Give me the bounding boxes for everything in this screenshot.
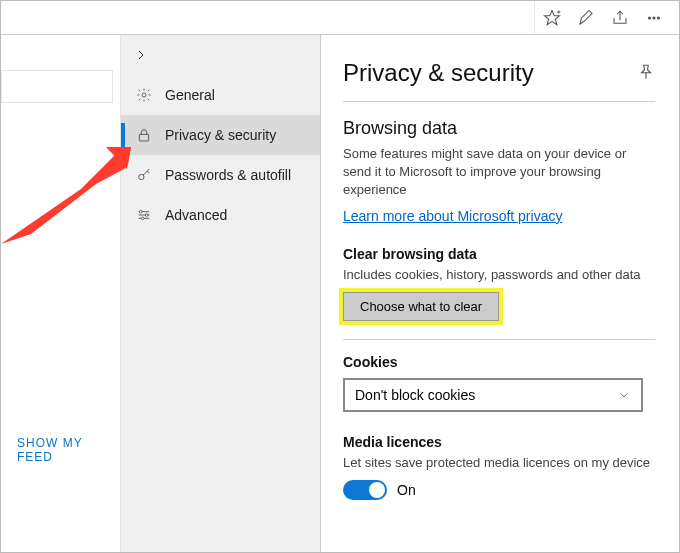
settings-panel: Privacy & security Browsing data Some fe… — [321, 35, 679, 552]
media-licences-body: Let sites save protected media licences … — [343, 454, 655, 472]
back-chevron[interactable] — [121, 35, 320, 75]
address-bar — [1, 1, 679, 35]
more-icon[interactable] — [637, 1, 671, 35]
divider — [343, 101, 655, 102]
sidebar-item-label: Passwords & autofill — [165, 167, 291, 183]
favorites-icon[interactable] — [535, 1, 569, 35]
media-licences-toggle[interactable] — [343, 480, 387, 500]
media-licences-label: Media licences — [343, 434, 655, 450]
address-input[interactable] — [1, 1, 535, 34]
search-box-placeholder[interactable] — [1, 70, 113, 103]
svg-point-6 — [142, 93, 146, 97]
show-my-feed-link[interactable]: SHOW MY FEED — [17, 436, 120, 464]
cookies-select-value: Don't block cookies — [355, 387, 475, 403]
sidebar-item-general[interactable]: General — [121, 75, 320, 115]
svg-point-8 — [139, 174, 144, 179]
gear-icon — [135, 87, 153, 103]
window: SHOW MY FEED General Privacy & security … — [0, 0, 680, 553]
divider — [343, 339, 655, 340]
browsing-data-heading: Browsing data — [343, 118, 655, 139]
chevron-down-icon — [617, 388, 631, 402]
sliders-icon — [135, 207, 153, 223]
sidebar-item-advanced[interactable]: Advanced — [121, 195, 320, 235]
settings-sidebar: General Privacy & security Passwords & a… — [121, 35, 321, 552]
annotation-highlight: Choose what to clear — [343, 298, 499, 314]
svg-point-14 — [141, 217, 144, 220]
sidebar-item-passwords-autofill[interactable]: Passwords & autofill — [121, 155, 320, 195]
svg-marker-0 — [545, 10, 560, 24]
sidebar-item-label: Advanced — [165, 207, 227, 223]
notes-icon[interactable] — [569, 1, 603, 35]
panel-title: Privacy & security — [343, 59, 655, 87]
svg-point-13 — [145, 214, 148, 217]
clear-browsing-label: Clear browsing data — [343, 246, 655, 262]
share-icon[interactable] — [603, 1, 637, 35]
page-left-strip: SHOW MY FEED — [1, 35, 121, 552]
svg-point-5 — [657, 16, 659, 18]
cookies-select[interactable]: Don't block cookies — [343, 378, 643, 412]
privacy-learn-more-link[interactable]: Learn more about Microsoft privacy — [343, 208, 562, 224]
media-licences-toggle-state: On — [397, 482, 416, 498]
lock-icon — [135, 127, 153, 143]
clear-browsing-body: Includes cookies, history, passwords and… — [343, 266, 655, 284]
pin-icon[interactable] — [637, 63, 655, 81]
svg-point-4 — [653, 16, 655, 18]
choose-what-to-clear-button[interactable]: Choose what to clear — [343, 292, 499, 321]
sidebar-item-label: General — [165, 87, 215, 103]
key-icon — [135, 167, 153, 183]
sidebar-item-label: Privacy & security — [165, 127, 276, 143]
svg-point-12 — [139, 210, 142, 213]
sidebar-item-privacy-security[interactable]: Privacy & security — [121, 115, 320, 155]
svg-rect-7 — [139, 134, 148, 141]
svg-point-3 — [648, 16, 650, 18]
browsing-data-body: Some features might save data on your de… — [343, 145, 655, 200]
cookies-label: Cookies — [343, 354, 655, 370]
